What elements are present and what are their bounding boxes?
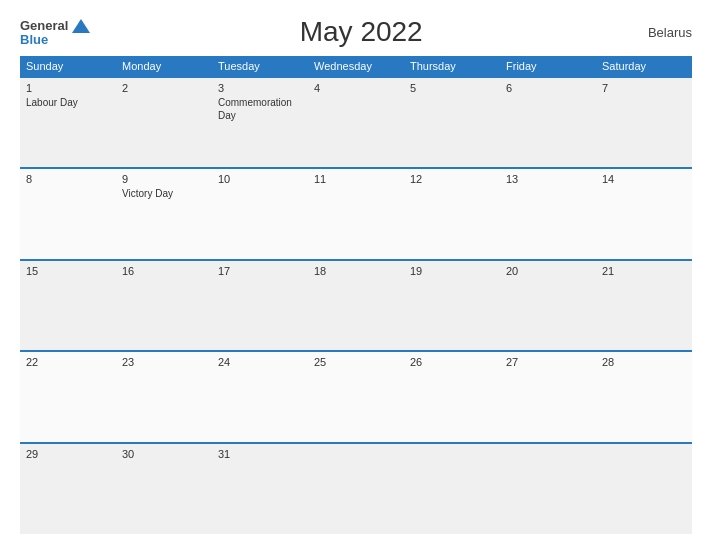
- calendar-cell: 4: [308, 77, 404, 168]
- day-number: 15: [26, 265, 38, 277]
- day-number: 27: [506, 356, 518, 368]
- calendar-week-row: 89Victory Day1011121314: [20, 168, 692, 259]
- day-number: 6: [506, 82, 512, 94]
- header-monday: Monday: [116, 56, 212, 77]
- calendar-week-row: 15161718192021: [20, 260, 692, 351]
- day-number: 14: [602, 173, 614, 185]
- logo-triangle-icon: [72, 19, 90, 33]
- event-label: Commemoration Day: [218, 96, 302, 122]
- calendar-cell: 23: [116, 351, 212, 442]
- calendar-cell: 7: [596, 77, 692, 168]
- day-number: 28: [602, 356, 614, 368]
- logo: General Blue: [20, 19, 90, 46]
- day-number: 18: [314, 265, 326, 277]
- event-label: Labour Day: [26, 96, 110, 109]
- calendar-cell: 16: [116, 260, 212, 351]
- calendar-cell: [308, 443, 404, 534]
- day-number: 23: [122, 356, 134, 368]
- calendar-cell: 9Victory Day: [116, 168, 212, 259]
- event-label: Victory Day: [122, 187, 206, 200]
- month-title: May 2022: [90, 16, 632, 48]
- calendar-cell: 1Labour Day: [20, 77, 116, 168]
- calendar-week-row: 22232425262728: [20, 351, 692, 442]
- calendar-cell: 10: [212, 168, 308, 259]
- day-number: 30: [122, 448, 134, 460]
- calendar-cell: [404, 443, 500, 534]
- day-number: 19: [410, 265, 422, 277]
- day-number: 7: [602, 82, 608, 94]
- calendar-cell: 30: [116, 443, 212, 534]
- calendar-table: Sunday Monday Tuesday Wednesday Thursday…: [20, 56, 692, 534]
- header-tuesday: Tuesday: [212, 56, 308, 77]
- calendar-week-row: 1Labour Day23Commemoration Day4567: [20, 77, 692, 168]
- calendar-cell: 3Commemoration Day: [212, 77, 308, 168]
- day-number: 9: [122, 173, 128, 185]
- calendar-cell: [500, 443, 596, 534]
- calendar-cell: 22: [20, 351, 116, 442]
- calendar-cell: 12: [404, 168, 500, 259]
- day-number: 2: [122, 82, 128, 94]
- logo-general-text: General: [20, 19, 68, 32]
- day-number: 5: [410, 82, 416, 94]
- calendar-cell: 19: [404, 260, 500, 351]
- calendar-page: General Blue May 2022 Belarus Sunday Mon…: [0, 0, 712, 550]
- calendar-cell: 25: [308, 351, 404, 442]
- day-number: 21: [602, 265, 614, 277]
- calendar-cell: 15: [20, 260, 116, 351]
- calendar-cell: 14: [596, 168, 692, 259]
- day-number: 26: [410, 356, 422, 368]
- calendar-cell: 2: [116, 77, 212, 168]
- day-number: 22: [26, 356, 38, 368]
- calendar-cell: 8: [20, 168, 116, 259]
- day-number: 3: [218, 82, 224, 94]
- calendar-cell: 21: [596, 260, 692, 351]
- header-sunday: Sunday: [20, 56, 116, 77]
- calendar-cell: 11: [308, 168, 404, 259]
- calendar-cell: 31: [212, 443, 308, 534]
- calendar-cell: 13: [500, 168, 596, 259]
- day-number: 16: [122, 265, 134, 277]
- calendar-week-row: 293031: [20, 443, 692, 534]
- header-wednesday: Wednesday: [308, 56, 404, 77]
- day-number: 12: [410, 173, 422, 185]
- header: General Blue May 2022 Belarus: [20, 16, 692, 48]
- calendar-cell: 29: [20, 443, 116, 534]
- day-number: 4: [314, 82, 320, 94]
- calendar-cell: 28: [596, 351, 692, 442]
- calendar-cell: 24: [212, 351, 308, 442]
- country-label: Belarus: [632, 25, 692, 40]
- calendar-cell: 18: [308, 260, 404, 351]
- day-number: 29: [26, 448, 38, 460]
- logo-blue-text: Blue: [20, 33, 48, 46]
- weekday-header-row: Sunday Monday Tuesday Wednesday Thursday…: [20, 56, 692, 77]
- day-number: 13: [506, 173, 518, 185]
- calendar-cell: 26: [404, 351, 500, 442]
- calendar-cell: 5: [404, 77, 500, 168]
- day-number: 8: [26, 173, 32, 185]
- svg-marker-0: [72, 19, 90, 33]
- day-number: 11: [314, 173, 326, 185]
- calendar-cell: 17: [212, 260, 308, 351]
- day-number: 17: [218, 265, 230, 277]
- day-number: 20: [506, 265, 518, 277]
- header-saturday: Saturday: [596, 56, 692, 77]
- day-number: 25: [314, 356, 326, 368]
- day-number: 10: [218, 173, 230, 185]
- calendar-cell: 6: [500, 77, 596, 168]
- day-number: 24: [218, 356, 230, 368]
- day-number: 31: [218, 448, 230, 460]
- calendar-cell: [596, 443, 692, 534]
- day-number: 1: [26, 82, 32, 94]
- calendar-cell: 20: [500, 260, 596, 351]
- header-friday: Friday: [500, 56, 596, 77]
- calendar-cell: 27: [500, 351, 596, 442]
- header-thursday: Thursday: [404, 56, 500, 77]
